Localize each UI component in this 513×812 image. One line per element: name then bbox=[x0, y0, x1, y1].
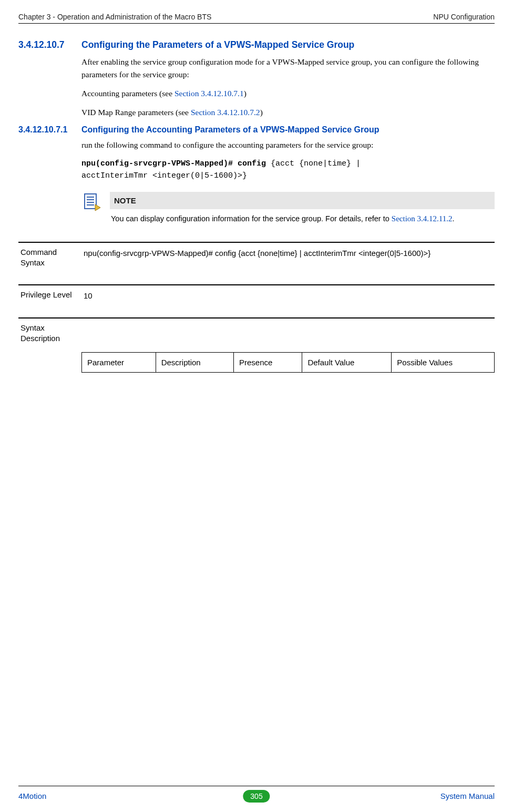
table-row: Parameter Description Presence Default V… bbox=[82, 353, 495, 373]
subsection-title: Configuring the Accounting Parameters of… bbox=[81, 125, 495, 135]
text: . bbox=[453, 214, 455, 223]
command-text: acctInterimTmr <integer(0|5-1600)>} bbox=[81, 171, 247, 180]
page: Chapter 3 - Operation and Administration… bbox=[0, 0, 513, 812]
text: VID Map Range parameters (see bbox=[81, 108, 191, 117]
svg-rect-0 bbox=[85, 194, 96, 209]
body-paragraph: run the following command to configure t… bbox=[81, 139, 495, 151]
content: 3.4.12.10.7 Configuring the Parameters o… bbox=[18, 39, 495, 373]
def-value bbox=[81, 318, 495, 348]
col-default-value: Default Value bbox=[302, 353, 392, 373]
section-link[interactable]: Section 3.4.12.10.7.2 bbox=[191, 108, 260, 117]
note-body: NOTE You can display configuration infor… bbox=[110, 192, 495, 224]
page-header: Chapter 3 - Operation and Administration… bbox=[18, 13, 495, 23]
def-value: npu(config-srvcgrp-VPWS-Mapped)# config … bbox=[81, 243, 495, 284]
def-label: Command Syntax bbox=[18, 243, 81, 284]
text: ) bbox=[244, 89, 247, 98]
body-paragraph: VID Map Range parameters (see Section 3.… bbox=[81, 106, 495, 119]
note-box: NOTE You can display configuration infor… bbox=[81, 192, 495, 224]
footer-right: System Manual bbox=[440, 792, 495, 800]
header-rule bbox=[18, 23, 495, 24]
col-presence: Presence bbox=[234, 353, 302, 373]
text: Accounting parameters (see bbox=[81, 89, 175, 98]
text: ) bbox=[260, 108, 263, 117]
def-label: Privilege Level bbox=[18, 285, 81, 317]
col-description: Description bbox=[156, 353, 233, 373]
header-right: NPU Configuration bbox=[433, 13, 495, 21]
section-link[interactable]: Section 3.4.12.11.2 bbox=[392, 214, 453, 223]
section-link[interactable]: Section 3.4.12.10.7.1 bbox=[175, 89, 244, 98]
note-icon bbox=[81, 192, 110, 224]
parameter-table: Parameter Description Presence Default V… bbox=[81, 352, 495, 373]
body-paragraph: Accounting parameters (see Section 3.4.1… bbox=[81, 87, 495, 100]
col-parameter: Parameter bbox=[82, 353, 156, 373]
section-number: 3.4.12.10.7 bbox=[18, 39, 81, 56]
command-bold: npu(config-srvcgrp-VPWS-Mapped)# config bbox=[81, 159, 266, 168]
col-possible-values: Possible Values bbox=[392, 353, 495, 373]
body-paragraph: After enabling the service group configu… bbox=[81, 56, 495, 81]
section-title: Configuring the Parameters of a VPWS-Map… bbox=[81, 39, 495, 50]
page-number-badge: 305 bbox=[243, 790, 270, 803]
command-block: npu(config-srvcgrp-VPWS-Mapped)# config … bbox=[81, 158, 495, 182]
footer-left: 4Motion bbox=[18, 792, 46, 800]
svg-marker-5 bbox=[95, 204, 100, 211]
def-label: Syntax Description bbox=[18, 318, 81, 348]
text: You can display configuration informatio… bbox=[111, 214, 392, 223]
header-left: Chapter 3 - Operation and Administration… bbox=[18, 13, 211, 21]
definition-table: Command Syntax npu(config-srvcgrp-VPWS-M… bbox=[18, 242, 495, 373]
command-text: {acct {none|time} | bbox=[266, 159, 361, 168]
subsection-number: 3.4.12.10.7.1 bbox=[18, 125, 81, 139]
def-value: 10 bbox=[81, 285, 495, 317]
note-label: NOTE bbox=[110, 192, 495, 209]
note-text: You can display configuration informatio… bbox=[110, 209, 495, 224]
footer-rule bbox=[18, 786, 495, 786]
